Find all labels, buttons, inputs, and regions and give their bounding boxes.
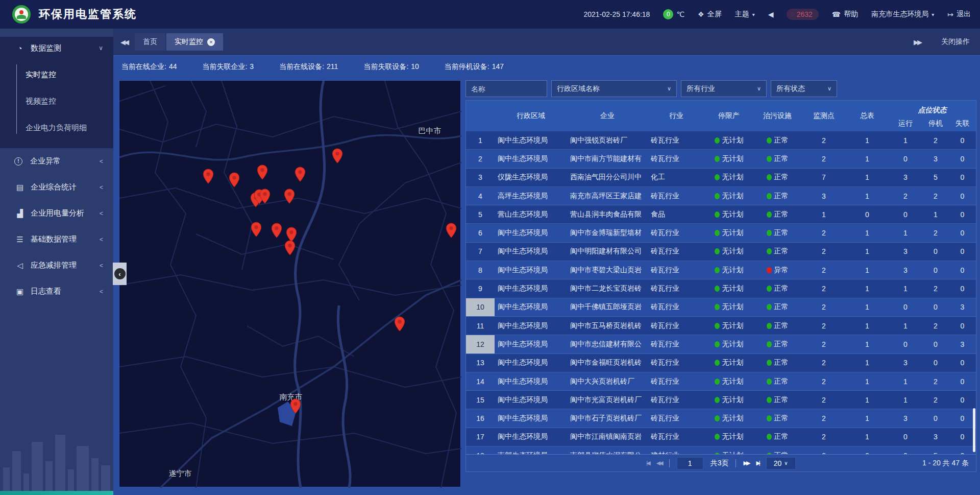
cell-production-limit: 无计划 <box>705 391 753 409</box>
close-icon[interactable]: × <box>207 38 215 46</box>
name-search-input[interactable] <box>465 80 547 97</box>
map-marker-pin[interactable] <box>295 167 306 182</box>
map-marker-pin[interactable] <box>229 172 240 187</box>
map-marker-pin[interactable] <box>332 148 343 163</box>
table-row[interactable]: 17阆中生态环境局阆中市江南镇阆南页岩砖瓦行业无计划正常21030 <box>466 428 976 446</box>
cell-monitor-points: 2 <box>802 224 846 242</box>
cell-stopped: 0 <box>922 261 949 279</box>
map-marker-pin[interactable] <box>251 222 262 238</box>
cell-region: 营山生态环境局 <box>495 205 567 223</box>
facility-text: 正常 <box>774 192 789 201</box>
tabs-scroll-right-icon[interactable]: ▶▶ <box>906 38 928 46</box>
sidebar-item-base-data-management[interactable]: ☰基础数据管理< <box>0 226 113 252</box>
table-row[interactable]: 1阆中生态环境局阆中强锐页岩砖厂砖瓦行业无计划正常21120 <box>466 131 976 150</box>
cell-monitor-points: 2 <box>802 428 846 446</box>
industry-select[interactable]: 所有行业 ∨ <box>681 80 767 97</box>
sidebar-item-label: 企业用电量分析 <box>31 208 84 218</box>
tabs-scroll-left-icon[interactable]: ◀◀ <box>113 38 135 46</box>
map-marker-pin[interactable] <box>284 188 295 204</box>
map-marker-pin[interactable] <box>290 398 301 414</box>
region-select[interactable]: 行政区域名称 ∨ <box>551 80 677 97</box>
sidebar-item-emergency-reduction[interactable]: ◁应急减排管理< <box>0 252 113 278</box>
map-collapse-button[interactable]: ‹ <box>113 263 127 285</box>
sidebar-item-enterprise-statistics[interactable]: ▤企业综合统计< <box>0 174 113 200</box>
map-marker-pin[interactable] <box>259 188 271 204</box>
sidebar-subitem-realtime-monitor[interactable]: 实时监控 <box>0 61 113 88</box>
table-row[interactable]: 5营山生态环境局营山县润丰肉食品有限食品无计划正常10010 <box>466 205 976 224</box>
sidebar-item-enterprise-abnormal[interactable]: !企业异常< <box>0 148 113 174</box>
status-select[interactable]: 所有状态 ∨ <box>771 80 837 97</box>
sidebar-item-log-view[interactable]: ▣日志查看< <box>0 278 113 304</box>
pagination-bar: |◀ ◀◀ 共3页 ▶▶ ▶| 20 ∨ 1 - 20 共 47 条 <box>466 454 976 472</box>
table-row[interactable]: 13阆中生态环境局阆中市金福旺页岩机砖砖瓦行业无计划正常21300 <box>466 354 976 372</box>
sidebar-subitem-video-monitor[interactable]: 视频监控 <box>0 88 113 114</box>
help-button[interactable]: ☎ 帮助 <box>832 10 858 19</box>
cell-disconnected: 3 <box>949 298 976 316</box>
page-number-input[interactable] <box>677 457 703 469</box>
cell-company: 阆中市光富页岩机砖厂 <box>567 391 648 409</box>
prev-page-icon[interactable]: ◀◀ <box>656 460 662 466</box>
table-row[interactable]: 4高坪生态环境局南充市高坪区王家店建砖瓦行业无计划正常31220 <box>466 187 976 205</box>
fullscreen-button[interactable]: ❖ 全屏 <box>698 10 722 19</box>
cell-disconnected: 0 <box>949 169 976 186</box>
cell-industry: 砖瓦行业 <box>648 354 705 372</box>
cell-stopped: 0 <box>922 298 949 316</box>
map-marker-pin[interactable] <box>284 240 296 255</box>
table-row[interactable]: 15阆中生态环境局阆中市光富页岩机砖厂砖瓦行业无计划正常21120 <box>466 391 976 409</box>
stat-item: 当前在线设备:211 <box>279 62 338 72</box>
user-menu[interactable]: 南充市生态环境局 ▾ <box>871 10 934 19</box>
table-row[interactable]: 3仪陇生态环境局西南油气田分公司川中化工无计划正常71350 <box>466 169 976 187</box>
status-dot-green <box>767 360 772 366</box>
close-operations-button[interactable]: 关闭操作 <box>941 37 970 46</box>
table-row[interactable]: 8阆中生态环境局阆中市枣碧大梁山页岩砖瓦行业无计划异常21300 <box>466 261 976 279</box>
page-size-select[interactable]: 20 ∨ <box>766 457 796 469</box>
map-marker-pin[interactable] <box>257 164 268 180</box>
cell-total-meters: 1 <box>846 317 889 335</box>
cell-industry: 食品 <box>648 205 705 223</box>
table-row[interactable]: 2阆中生态环境局阆中市南方节能建材有砖瓦行业无计划正常21030 <box>466 150 976 168</box>
table-row[interactable]: 9阆中生态环境局阆中市二龙长宝页岩砖砖瓦行业无计划正常21120 <box>466 279 976 298</box>
sidebar-subitem-power-load-detail[interactable]: 企业电力负荷明细 <box>0 114 113 141</box>
table-row[interactable]: 7阆中生态环境局阆中明阳建材有限公司砖瓦行业无计划正常21300 <box>466 243 976 261</box>
cell-stopped: 2 <box>922 391 949 409</box>
cell-company: 阆中市二龙长宝页岩砖 <box>567 279 648 297</box>
last-page-icon[interactable]: ▶| <box>756 460 758 466</box>
cell-disconnected: 0 <box>949 372 976 390</box>
cell-total-meters: 1 <box>846 224 889 242</box>
map-marker-pin[interactable] <box>203 169 214 184</box>
sidebar-item-data-monitoring[interactable]: ◔数据监测∨ <box>0 37 113 59</box>
map-roads <box>119 81 461 488</box>
cell-region: 阆中生态环境局 <box>495 150 567 168</box>
table-row[interactable]: 12阆中生态环境局阆中市忠信建材有限公砖瓦行业无计划正常21003 <box>466 335 976 353</box>
cell-region: 阆中生态环境局 <box>495 298 567 316</box>
logout-button[interactable]: ↦ 退出 <box>947 10 971 19</box>
table-row[interactable]: 18南部生态环境局南部县砌伟水泥有限公建材行业无计划正常60050 <box>466 446 976 454</box>
map-marker-pin[interactable] <box>446 223 457 238</box>
map-marker-pin[interactable] <box>271 223 282 238</box>
sound-button[interactable]: ◀ <box>768 10 774 18</box>
cell-running: 1 <box>889 131 922 149</box>
theme-dropdown[interactable]: 主题 ▾ <box>735 10 755 19</box>
sidebar-item-label: 日志查看 <box>31 287 61 296</box>
cell-production-limit: 无计划 <box>705 446 753 454</box>
cell-industry: 化工 <box>648 169 705 186</box>
status-dot-green <box>767 323 772 329</box>
sidebar-item-power-usage-analysis[interactable]: ▟企业用电量分析< <box>0 200 113 226</box>
tab-home[interactable]: 首页 <box>135 33 165 51</box>
map-marker-pin[interactable] <box>394 316 405 332</box>
cell-pollution-facility: 正常 <box>753 298 802 316</box>
next-page-icon[interactable]: ▶▶ <box>743 460 749 466</box>
notification-badge[interactable]: ◌ 2632 <box>787 9 818 20</box>
tab-realtime-monitor[interactable]: 实时监控 × <box>166 33 223 51</box>
table-row[interactable]: 16阆中生态环境局阆中市石子页岩机砖厂砖瓦行业无计划正常21300 <box>466 409 976 428</box>
first-page-icon[interactable]: |◀ <box>646 460 649 466</box>
table-scrollbar[interactable] <box>973 408 975 452</box>
table-row[interactable]: 11阆中生态环境局阆中市五马桥页岩机砖砖瓦行业无计划正常21120 <box>466 317 976 335</box>
limit-text: 无计划 <box>722 173 744 182</box>
table-row[interactable]: 14阆中生态环境局阆中大兴页岩机砖厂砖瓦行业无计划正常21120 <box>466 372 976 391</box>
cell-total-meters: 1 <box>846 150 889 168</box>
cell-total-meters: 1 <box>846 298 889 316</box>
table-row[interactable]: 10阆中生态环境局阆中千佛镇五郎垭页岩砖瓦行业无计划正常21003 <box>466 298 976 317</box>
table-row[interactable]: 6阆中生态环境局阆中市金博瑞新型墙材砖瓦行业无计划正常21120 <box>466 224 976 242</box>
limit-text: 无计划 <box>722 302 744 312</box>
